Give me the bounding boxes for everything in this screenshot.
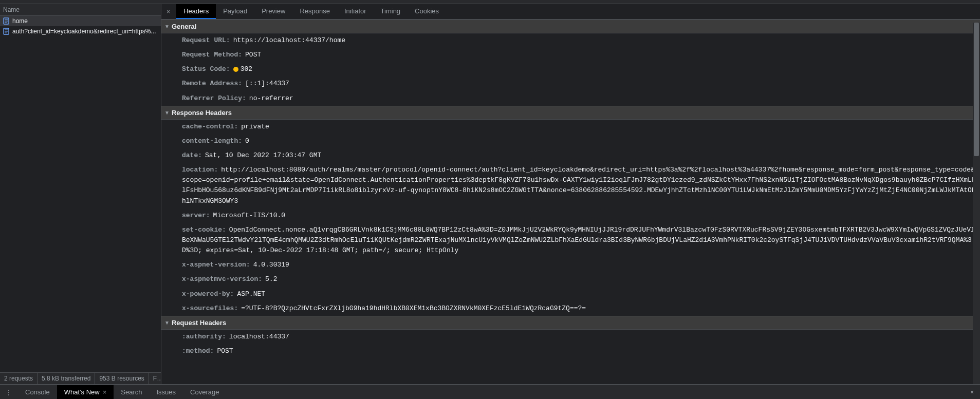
column-header-name[interactable]: Name (0, 4, 161, 16)
header-value: =?UTF-8?B?QzpcZHVtcFxrZXljbG9ha19hdHRlbX… (241, 305, 586, 312)
header-row: Referrer Policy:no-referrer (161, 91, 980, 106)
header-row: x-powered-by:ASP.NET (161, 287, 980, 301)
section-header-request-headers[interactable]: ▼Request Headers (161, 316, 980, 330)
status-dot-icon (233, 67, 238, 72)
document-icon (3, 28, 9, 35)
header-key: content-length: (182, 137, 242, 145)
header-value: POST (217, 347, 233, 355)
request-row[interactable]: auth?client_id=keycloakdemo&redirect_uri… (0, 26, 161, 36)
header-row: x-aspnet-version:4.0.30319 (161, 258, 980, 272)
header-key: :authority: (182, 333, 226, 340)
header-key: Remote Address: (182, 80, 242, 87)
header-key: x-aspnet-version: (182, 261, 250, 269)
section-title: Response Headers (172, 109, 232, 117)
header-value: Sat, 10 Dec 2022 17:03:47 GMT (205, 151, 321, 159)
request-label: home (12, 17, 28, 25)
tab-preview[interactable]: Preview (254, 4, 292, 19)
section-header-response-headers[interactable]: ▼Response Headers (161, 106, 980, 120)
header-row: server:Microsoft-IIS/10.0 (161, 208, 980, 223)
header-key: Status Code: (182, 65, 230, 73)
drawer-close-button[interactable]: × (964, 389, 980, 396)
main-row: Name homeauth?client_id=keycloakdemo&red… (0, 4, 980, 385)
header-value: no-referrer (249, 94, 293, 102)
header-key: x-powered-by: (182, 290, 234, 298)
close-detail-button[interactable]: × (161, 5, 175, 18)
header-row: date:Sat, 10 Dec 2022 17:03:47 GMT (161, 148, 980, 163)
scrollbar-track[interactable] (973, 23, 980, 384)
tab-payload[interactable]: Payload (216, 4, 254, 19)
header-key: Request URL: (182, 36, 230, 44)
header-row: :authority:localhost:44337 (161, 330, 980, 344)
disclosure-triangle-icon: ▼ (164, 110, 170, 116)
network-status-bar: 2 requests 5.8 kB transferred 953 B reso… (0, 372, 161, 384)
request-list: homeauth?client_id=keycloakdemo&redirect… (0, 16, 161, 372)
drawer-tab-label: Issues (156, 388, 176, 396)
drawer-tab-strip: ⋮ ConsoleWhat's New×SearchIssuesCoverage… (0, 385, 980, 399)
request-row[interactable]: home (0, 16, 161, 26)
header-value: 302 (233, 65, 252, 73)
header-key: server: (182, 212, 210, 219)
header-row: location:http://localhost:8080/auth/real… (161, 163, 980, 208)
drawer-tab-label: Search (121, 388, 142, 396)
header-value: ASP.NET (237, 290, 265, 298)
header-value: OpenIdConnect.nonce.aQ1vrqgCB6GRLVnk8k1C… (182, 226, 975, 254)
header-value: Microsoft-IIS/10.0 (213, 212, 285, 219)
header-key: location: (182, 166, 218, 174)
request-label: auth?client_id=keycloakdemo&redirect_uri… (12, 28, 156, 35)
drawer-tab-label: Console (25, 388, 50, 396)
disclosure-triangle-icon: ▼ (164, 24, 170, 29)
drawer-tab-coverage[interactable]: Coverage (183, 385, 226, 399)
header-value: [::1]:44337 (245, 80, 289, 87)
header-key: cache-control: (182, 123, 238, 130)
tab-response[interactable]: Response (292, 4, 337, 19)
network-detail-panel: × HeadersPayloadPreviewResponseInitiator… (161, 4, 980, 384)
header-key: Referrer Policy: (182, 94, 246, 102)
top-tab-strip (0, 0, 980, 4)
header-value: 4.0.30319 (253, 261, 289, 269)
header-row: x-aspnetmvc-version:5.2 (161, 272, 980, 287)
drawer-tab-label: Coverage (190, 388, 219, 396)
drawer-tab-console[interactable]: Console (18, 385, 57, 399)
drawer-tab-search[interactable]: Search (114, 385, 149, 399)
status-transferred: 5.8 kB transferred (38, 373, 95, 384)
header-row: Remote Address:[::1]:44337 (161, 77, 980, 91)
header-value: 0 (245, 137, 249, 145)
drawer-menu-button[interactable]: ⋮ (0, 388, 18, 396)
header-value: localhost:44337 (229, 333, 289, 340)
scrollbar-thumb[interactable] (974, 23, 979, 156)
section-title: General (172, 23, 196, 30)
section-header-general[interactable]: ▼General (161, 20, 980, 33)
header-row: :method:POST (161, 344, 980, 358)
header-key: :method: (182, 347, 214, 355)
header-row: content-length:0 (161, 134, 980, 148)
header-row: Request Method:POST (161, 48, 980, 62)
header-key: x-aspnetmvc-version: (182, 275, 262, 283)
header-row: cache-control:private (161, 120, 980, 134)
document-icon (3, 17, 9, 25)
tab-cookies[interactable]: Cookies (408, 4, 446, 19)
detail-tab-strip: × HeadersPayloadPreviewResponseInitiator… (161, 4, 980, 20)
header-key: x-sourcefiles: (182, 305, 238, 312)
header-key: date: (182, 151, 202, 159)
tab-initiator[interactable]: Initiator (337, 4, 374, 19)
header-key: set-cookie: (182, 226, 226, 234)
status-resources: 953 B resources (95, 373, 149, 384)
disclosure-triangle-icon: ▼ (164, 320, 170, 326)
drawer-tab-whatsnew[interactable]: What's New× (57, 385, 114, 399)
header-row: Status Code:302 (161, 62, 980, 77)
network-request-list: Name homeauth?client_id=keycloakdemo&red… (0, 4, 161, 384)
drawer-tab-label: What's New (64, 388, 100, 396)
header-value: http://localhost:8080/auth/realms/master… (182, 166, 976, 204)
header-value: POST (245, 51, 261, 59)
header-row: Request URL:https://localhost:44337/home (161, 33, 980, 48)
drawer-tab-issues[interactable]: Issues (149, 385, 183, 399)
tab-timing[interactable]: Timing (374, 4, 408, 19)
section-title: Request Headers (172, 319, 226, 327)
header-value: private (241, 123, 269, 130)
header-value: 5.2 (265, 275, 277, 283)
tab-headers[interactable]: Headers (176, 4, 216, 19)
close-icon[interactable]: × (103, 388, 107, 396)
header-row: x-sourcefiles:=?UTF-8?B?QzpcZHVtcFxrZXlj… (161, 301, 980, 316)
status-requests: 2 requests (0, 373, 38, 384)
header-row: set-cookie:OpenIdConnect.nonce.aQ1vrqgCB… (161, 223, 980, 258)
